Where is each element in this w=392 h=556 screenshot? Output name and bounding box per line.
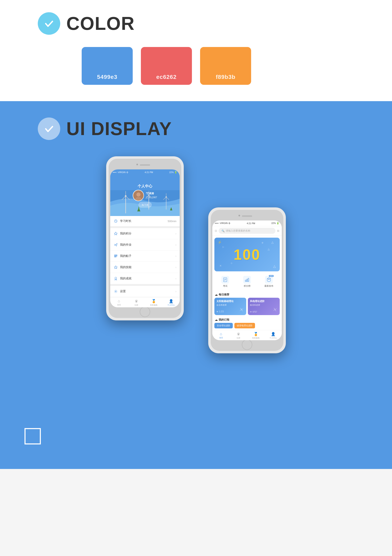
study-time-left: 学习时长 xyxy=(113,219,131,223)
menu-item-3[interactable]: 我的技能 › xyxy=(110,262,180,273)
new-badge: NEW xyxy=(269,275,273,277)
svg-rect-34 xyxy=(248,278,249,282)
card-subtitle-1: 杨清风老师 xyxy=(250,304,278,307)
right-home-nav-icon: ⌂ xyxy=(220,332,222,336)
color-header: COLOR xyxy=(0,12,392,35)
study-time-row: 学习时长 500min xyxy=(110,216,180,226)
color-title: COLOR xyxy=(66,13,135,34)
nav-community-label: 社群 xyxy=(135,304,138,307)
profile-id: 工号:1987 xyxy=(146,196,157,199)
scan-icon[interactable]: ⊡ xyxy=(215,229,217,232)
swatch-blue-label: 5499e3 xyxy=(97,74,117,80)
personal-center-title: 个人中心 xyxy=(138,184,152,189)
study-time-value: 500min xyxy=(168,220,176,223)
svg-point-27 xyxy=(115,291,116,292)
search-box[interactable]: 🔍 请输入您要搜索的名称 xyxy=(219,228,275,234)
left-phone-frame: ••••○ VIRGIN 令 4:21 PM 22% 🔋 xyxy=(106,156,184,320)
profile-badge: 知习道 xyxy=(139,202,151,207)
right-phone-screen: ••••○ VIRGIN 令 4:21 PM 22% 🔋 ⊡ 🔍 请输入您要搜索… xyxy=(212,220,282,340)
quick-action-rank[interactable]: 积分榜 xyxy=(236,276,258,287)
swatch-orange: f89b3b xyxy=(200,47,251,85)
new-publish-icon: NEW xyxy=(265,276,273,284)
arrow-icon-0: › xyxy=(175,232,176,235)
color-check-icon xyxy=(38,12,60,35)
ui-display-check-icon xyxy=(38,117,60,140)
clock-icon xyxy=(113,219,118,223)
skill-icon xyxy=(113,265,118,270)
right-nav-profile-label: 个人中心 xyxy=(270,337,277,340)
home-nav-icon: ⌂ xyxy=(118,299,120,303)
personal-header: 个人中心 宁泽涛 工号:1987 xyxy=(110,175,180,216)
swatch-orange-label: f89b3b xyxy=(216,74,235,80)
left-status-bar: ••••○ VIRGIN 令 4:21 PM 22% 🔋 xyxy=(110,170,180,175)
quick-actions: 考试 积分榜 xyxy=(214,273,280,290)
ui-display-section: UI DISPLAY ••••○ VIRGIN 令 4:21 PM 22% 🔋 xyxy=(0,101,392,469)
left-phone-screen: ••••○ VIRGIN 令 4:21 PM 22% 🔋 xyxy=(110,170,180,307)
arrow-icon-5: › xyxy=(175,290,176,293)
nav-contest[interactable]: 🏅 有奖题跑 xyxy=(145,299,162,307)
menu-label-3: 我的技能 xyxy=(120,265,131,269)
rank-label: 积分榜 xyxy=(244,285,250,287)
left-signal: ••••○ VIRGIN 令 xyxy=(113,171,128,174)
arrow-icon-3: › xyxy=(175,266,176,269)
white-box-indicator xyxy=(24,428,41,444)
subscription-title: 我的订阅 xyxy=(219,318,229,322)
menu-item-4[interactable]: 我的成就 › xyxy=(110,273,180,284)
svg-rect-25 xyxy=(114,257,116,257)
menu-item-2-left: 我的帖子 xyxy=(113,254,131,258)
svg-rect-24 xyxy=(114,256,117,256)
menu-item-0[interactable]: 我的积分 › xyxy=(110,228,180,239)
contest-nav-icon: 🏅 xyxy=(151,299,156,303)
svg-rect-33 xyxy=(247,279,248,282)
svg-rect-23 xyxy=(114,255,117,255)
post-icon xyxy=(113,254,118,258)
new-publish-label: 最新发布 xyxy=(264,285,273,287)
color-section: COLOR 5499e3 ec6262 f89b3b xyxy=(0,0,392,101)
ui-display-header: UI DISPLAY xyxy=(0,117,392,140)
camera-scan-icon[interactable]: ⊟ xyxy=(277,229,279,232)
right-nav-profile[interactable]: 👤 个人中心 xyxy=(264,332,282,340)
left-battery: 22% 🔋 xyxy=(169,171,177,174)
menu-item-1[interactable]: 我的作业 › xyxy=(110,239,180,251)
right-nav-contest[interactable]: 🏅 有奖题跑 xyxy=(247,332,264,340)
search-icon: 🔍 xyxy=(221,230,225,232)
search-placeholder: 请输入您要搜索的名称 xyxy=(226,229,250,232)
right-nav-community-label: 社群 xyxy=(237,337,240,340)
homework-icon xyxy=(113,243,118,247)
right-time: 4:21 PM xyxy=(247,222,255,224)
profile-nav-icon: 👤 xyxy=(169,299,173,303)
right-battery: 22% 🔋 xyxy=(271,222,279,224)
svg-rect-32 xyxy=(245,280,246,282)
menu-label-4: 我的成就 xyxy=(120,277,131,280)
sub-card-1[interactable]: 碳变电理论进阶 xyxy=(234,323,255,328)
quick-action-exam[interactable]: 考试 xyxy=(214,276,236,287)
quick-action-new[interactable]: NEW 最新发布 xyxy=(258,276,280,287)
right-contest-nav-icon: 🏅 xyxy=(254,332,258,336)
profile-avatar xyxy=(133,190,144,201)
recommend-card-0[interactable]: 太阳能基础理论 金岳维老师 👁 1.2万 xyxy=(214,298,246,315)
nav-home[interactable]: ⌂ 首页 xyxy=(110,299,128,307)
nav-profile-label: 个人中心 xyxy=(167,304,175,307)
nav-profile[interactable]: 👤 个人中心 xyxy=(162,299,180,307)
svg-point-20 xyxy=(136,193,140,197)
arrow-icon-2: › xyxy=(175,255,176,258)
nav-community[interactable]: ♛ 社群 xyxy=(128,299,145,307)
profile-name: 宁泽涛 xyxy=(146,192,157,195)
left-bottom-nav: ⌂ 首页 ♛ 社群 🏅 有奖题跑 👤 个人中 xyxy=(110,297,180,307)
right-nav-community[interactable]: ♛ 社群 xyxy=(230,332,247,340)
swatch-red-label: ec6262 xyxy=(156,74,176,80)
menu-label-1: 我的作业 xyxy=(120,243,131,247)
right-signal: ••••○ VIRGIN 令 xyxy=(215,222,231,225)
subscription-label: ☁ 我的订阅 xyxy=(212,317,282,323)
recommend-card-1[interactable]: 风电理论进阶 杨清风老师 👁 9757 xyxy=(248,298,280,315)
menu-item-4-left: 我的成就 xyxy=(113,276,131,281)
right-nav-home-label: 首页 xyxy=(219,337,223,339)
swatch-red: ec6262 xyxy=(141,47,192,85)
menu-item-5[interactable]: 设置 › xyxy=(110,286,180,297)
sub-card-0[interactable]: 安全理论进阶 xyxy=(214,323,233,328)
right-nav-home[interactable]: ⌂ 首页 xyxy=(212,332,230,340)
menu-item-2[interactable]: 我的帖子 › xyxy=(110,251,180,262)
daily-recommend-label: ☁ 每日推荐 xyxy=(212,292,282,298)
svg-line-37 xyxy=(269,278,271,280)
card-subtitle-0: 金岳维老师 xyxy=(216,304,244,307)
